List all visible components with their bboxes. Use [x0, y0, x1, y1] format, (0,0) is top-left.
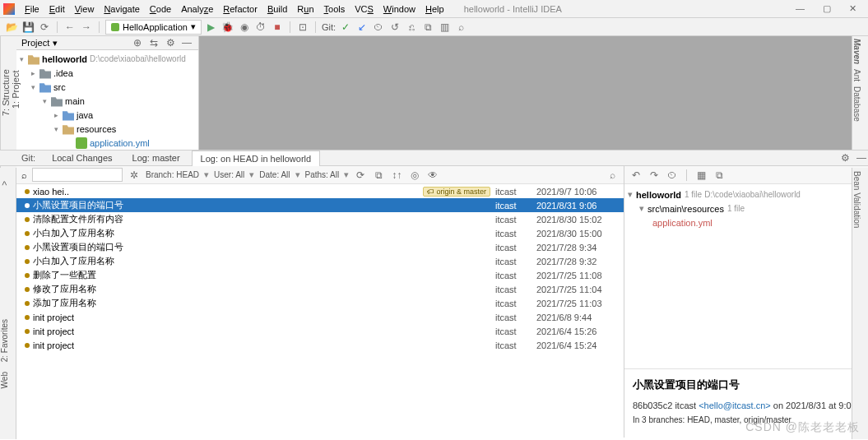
menu-code[interactable]: Code [145, 4, 176, 14]
window-title: helloworld - IntelliJ IDEA [464, 4, 562, 14]
commit-row[interactable]: init projectitcast2021/6/8 9:44 [16, 310, 624, 324]
refresh-icon[interactable]: ⟳ [354, 169, 367, 182]
redo-icon[interactable]: ↷ [648, 169, 661, 182]
eye-icon[interactable]: 👁 [426, 169, 439, 182]
tab-project[interactable]: 1: Project [11, 39, 21, 140]
cherry-icon[interactable]: ⧉ [372, 169, 385, 182]
goto-icon[interactable]: ◎ [408, 169, 421, 182]
chevron-down-icon[interactable]: ▾ [53, 38, 58, 49]
refresh-icon[interactable]: ⟳ [38, 21, 51, 34]
commit-row[interactable]: 修改了应用名称itcast2021/7/25 11:04 [16, 282, 624, 296]
commit-row[interactable]: 小白加入了应用名称itcast2021/7/28 9:32 [16, 254, 624, 268]
coverage-icon[interactable]: ◉ [238, 21, 251, 34]
regex-icon[interactable]: ✲ [128, 169, 141, 182]
gear-icon[interactable]: ⚙ [838, 151, 852, 164]
profile-icon[interactable]: ⏱ [254, 21, 267, 34]
select-opened-icon[interactable]: ⊕ [131, 36, 144, 49]
menu-run[interactable]: Run [292, 4, 318, 14]
commit-row[interactable]: 删除了一些配置itcast2021/7/25 11:08 [16, 268, 624, 282]
git-tag-icon[interactable]: ⧉ [421, 21, 434, 34]
git-push-icon[interactable]: ↙ [355, 21, 369, 34]
menu-help[interactable]: Help [420, 4, 449, 14]
commit-row[interactable]: init projectitcast2021/6/4 15:24 [16, 338, 624, 352]
menu-analyze[interactable]: Analyze [176, 4, 218, 14]
collapse-icon[interactable]: ⇆ [147, 36, 160, 49]
commit-list[interactable]: xiao hei..🏷 origin & masteritcast2021/9/… [16, 184, 624, 438]
menu-view[interactable]: View [70, 4, 100, 14]
debug-icon[interactable]: 🐞 [221, 21, 234, 34]
filter-user[interactable]: User: All [214, 170, 244, 179]
menu-vcs[interactable]: VCS [350, 4, 378, 14]
tab-structure[interactable]: 7: Structure [1, 70, 11, 117]
menu-edit[interactable]: Edit [44, 4, 70, 14]
tree-java[interactable]: java [77, 110, 93, 120]
git-check-icon[interactable]: ✓ [339, 21, 352, 34]
menu-build[interactable]: Build [262, 4, 292, 14]
commit-row[interactable]: 小白加入了应用名称itcast2021/8/30 15:00 [16, 226, 624, 240]
project-view-label[interactable]: Project [21, 38, 49, 48]
tree-root[interactable]: helloworld [42, 54, 87, 64]
commit-row[interactable]: xiao hei..🏷 origin & masteritcast2021/9/… [16, 184, 624, 198]
open-icon[interactable]: 📂 [5, 21, 18, 34]
commit-row[interactable]: 小黑设置项目的端口号itcast2021/8/31 9:06 [16, 198, 624, 212]
tab-favorites[interactable]: 2: Favorites [0, 314, 9, 367]
tree-idea[interactable]: .idea [53, 68, 73, 78]
menu-window[interactable]: Window [378, 4, 420, 14]
back-icon[interactable]: ← [63, 21, 77, 34]
tab-log-head[interactable]: Log: on HEAD in helloworld [192, 151, 321, 167]
commit-row[interactable]: 清除配置文件所有内容itcast2021/8/30 15:02 [16, 212, 624, 226]
gear-icon[interactable]: ⚙ [164, 36, 177, 49]
commit-row[interactable]: init projectitcast2021/6/4 15:26 [16, 324, 624, 338]
project-tree[interactable]: ▾helloworld D:\code\xiaobai\helloworld ▸… [16, 50, 198, 150]
minimize-icon[interactable]: — [796, 3, 805, 14]
run-config-label: HelloApplication [123, 22, 188, 32]
filter-date[interactable]: Date: All [259, 170, 290, 179]
close-icon[interactable]: ✕ [849, 3, 856, 14]
commit-row[interactable]: 添加了应用名称itcast2021/7/25 11:03 [16, 296, 624, 310]
author-email-link[interactable]: <hello@itcast.cn> [699, 401, 771, 410]
tab-database[interactable]: Database [852, 84, 861, 124]
filter-branch[interactable]: Branch: HEAD [146, 170, 199, 179]
tab-local-changes[interactable]: Local Changes [44, 150, 120, 166]
tab-log-master[interactable]: Log: master [124, 150, 188, 166]
tree-resources[interactable]: resources [77, 124, 116, 134]
search-icon[interactable]: ⌕ [606, 169, 619, 182]
editor-area[interactable] [199, 36, 868, 150]
diff-icon[interactable]: ⧉ [713, 169, 726, 182]
changed-files-tree[interactable]: ▾helloworld1 file D:\code\xiaobai\hellow… [624, 184, 868, 233]
commit-row[interactable]: 小黑设置项目的端口号itcast2021/7/28 9:34 [16, 240, 624, 254]
changed-file[interactable]: application.yml [652, 218, 713, 228]
search-icon[interactable]: ⌕ [454, 21, 467, 34]
hide-icon[interactable]: — [855, 151, 868, 164]
hide-icon[interactable]: — [180, 36, 193, 49]
project-panel: Project ▾ ⊕ ⇆ ⚙ — ▾helloworld D:\code\xi… [16, 36, 199, 150]
menu-navigate[interactable]: Navigate [99, 4, 144, 14]
intellisort-icon[interactable]: ↕↑ [390, 169, 403, 182]
tree-application-yml[interactable]: application.yml [90, 138, 150, 148]
menu-file[interactable]: File [20, 4, 44, 14]
undo-icon[interactable]: ↶ [629, 169, 643, 182]
tab-bean-validation[interactable]: Bean Validation [852, 168, 861, 231]
vcs-update-icon[interactable]: ⊡ [296, 21, 309, 34]
run-icon[interactable]: ▶ [205, 21, 218, 34]
tab-ant[interactable]: Ant [852, 67, 861, 84]
log-search-input[interactable] [32, 168, 123, 182]
run-config-selector[interactable]: HelloApplication ▾ [105, 20, 202, 35]
filter-paths[interactable]: Paths: All [305, 170, 340, 179]
tree-main[interactable]: main [65, 96, 85, 106]
git-branch-icon[interactable]: ⎌ [405, 21, 418, 34]
stop-icon[interactable]: ■ [271, 21, 284, 34]
forward-icon[interactable]: → [80, 21, 93, 34]
tree-src[interactable]: src [53, 82, 66, 92]
tab-maven[interactable]: Maven [852, 36, 861, 67]
git-history-icon[interactable]: ⏲ [372, 21, 385, 34]
tab-web[interactable]: Web [0, 367, 9, 393]
menu-refactor[interactable]: Refactor [218, 4, 262, 14]
save-icon[interactable]: 💾 [21, 21, 35, 34]
menu-tools[interactable]: Tools [319, 4, 350, 14]
structure-view-icon[interactable]: ▥ [438, 21, 451, 34]
group-icon[interactable]: ▦ [694, 169, 708, 182]
git-rollback-icon[interactable]: ↺ [388, 21, 402, 34]
history-icon[interactable]: ⏲ [666, 169, 679, 182]
maximize-icon[interactable]: ▢ [823, 3, 831, 14]
